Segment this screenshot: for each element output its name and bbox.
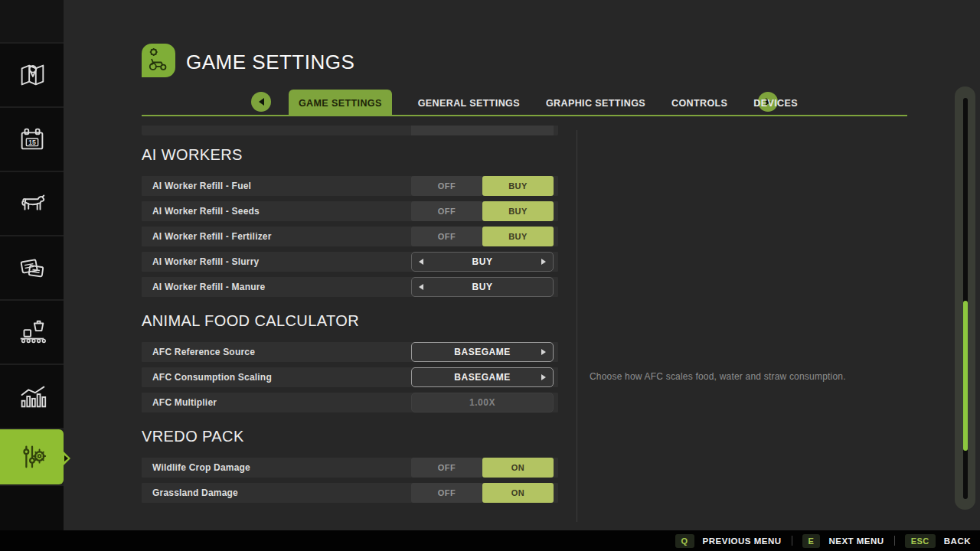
keycap-e: E [802,534,821,548]
footer-separator [792,536,792,546]
tab-graphic-settings[interactable]: GRAPHIC SETTINGS [546,98,645,109]
footer-shortcut-bar: Q PREVIOUS MENU E NEXT MENU ESC BACK [0,530,980,551]
selector-value[interactable]: BASEGAME [411,367,554,387]
option-selector: BUY [411,277,554,297]
tab-game-settings[interactable]: GAME SETTINGS [289,90,392,116]
setting-row-ai-refill-fuel: AI Worker Refill - Fuel OFF BUY [142,176,558,196]
sidebar-item-map[interactable] [0,44,64,106]
setting-row-afc-consumption-scaling: AFC Consumption Scaling BASEGAME [142,367,558,387]
game-settings-app-icon [142,44,175,77]
toggle-off-on: OFF ON [411,483,554,503]
selector-prev-icon[interactable] [419,259,423,265]
setting-row-wildlife-crop-damage: Wildlife Crop Damage OFF ON [142,458,558,478]
sidebar-slot-empty [0,0,64,42]
setting-label: Grassland Damage [142,487,238,498]
selector-next-icon[interactable] [541,259,546,265]
tab-general-settings[interactable]: GENERAL SETTINGS [418,98,520,109]
chevron-left-icon [259,98,264,106]
sidebar-item-animals[interactable] [0,172,64,235]
map-icon [16,59,48,91]
settings-sliders-gear-icon [16,441,48,473]
section-title-ai-workers: AI WORKERS [142,146,558,163]
toggle-option-buy-selected[interactable]: BUY [482,176,554,196]
shortcut-back[interactable]: ESC BACK [905,534,971,548]
toggle-option-off[interactable]: OFF [411,176,482,196]
shortcut-next-menu[interactable]: E NEXT MENU [802,534,884,548]
sidebar-item-contracts[interactable] [0,236,64,299]
toggle-option-off[interactable]: OFF [411,201,482,221]
toggle-off-buy: OFF BUY [411,176,554,196]
section-title-animal-food-calculator: ANIMAL FOOD CALCULATOR [142,312,558,329]
selector-next-icon[interactable] [541,349,546,355]
tractor-gear-icon [145,45,172,76]
scrolled-row-control [411,126,554,135]
setting-label: AI Worker Refill - Manure [142,282,265,292]
setting-label: AI Worker Refill - Fuel [142,181,251,191]
setting-row-ai-refill-slurry: AI Worker Refill - Slurry BUY [142,252,558,272]
scrolled-row-partial [142,126,558,135]
help-text: Choose how AFC scales food, water and st… [590,371,919,382]
tab-bar: GAME SETTINGS GENERAL SETTINGS GRAPHIC S… [289,90,798,116]
sidebar-item-settings[interactable] [0,429,64,484]
tabs-scroll-left-button[interactable] [251,92,271,112]
toggle-off-buy: OFF BUY [411,227,554,246]
help-panel-divider [577,130,577,522]
tab-controls[interactable]: CONTROLS [671,98,727,109]
readonly-value: 1.00X [411,393,554,412]
setting-row-afc-reference-source: AFC Reference Source BASEGAME [142,342,558,362]
active-item-pointer-arrow-icon [64,455,68,461]
keycap-esc: ESC [905,534,936,548]
setting-row-ai-refill-manure: BUY AI Worker Refill - Manure [142,277,558,297]
selector-current-value: BUY [472,282,493,292]
tab-devices[interactable]: DEVICES [753,98,798,109]
setting-label: Wildlife Crop Damage [142,462,250,473]
sidebar-slot-empty-bottom [0,486,64,530]
option-selector: BASEGAME [411,342,554,362]
shortcut-label: BACK [944,536,971,546]
sidebar-item-production[interactable] [0,301,64,364]
setting-row-afc-multiplier: AFC Multiplier 1.00X [142,393,558,412]
toggle-option-buy-selected[interactable]: BUY [482,201,554,221]
sidebar-item-statistics[interactable] [0,365,64,428]
toggle-off-buy: OFF BUY [411,201,554,221]
toggle-option-on-selected[interactable]: ON [482,458,554,478]
calendar-icon: 15 [16,123,48,155]
sidebar-item-calendar[interactable]: 15 [0,108,64,171]
toggle-off-on: OFF ON [411,458,554,478]
section-title-vredo-pack: VREDO PACK [142,428,558,445]
toggle-option-off[interactable]: OFF [411,458,482,478]
sidebar: 15 [0,0,64,530]
calendar-day-label: 15 [28,139,36,146]
contracts-newspaper-icon [16,252,48,284]
scrollbar-thumb[interactable] [963,301,968,451]
toggle-option-on-selected[interactable]: ON [482,483,554,503]
shortcut-label: PREVIOUS MENU [703,536,782,546]
selector-value[interactable]: BUY [411,277,554,297]
selector-next-icon[interactable] [541,374,546,380]
selector-value[interactable]: BASEGAME [411,342,554,362]
toggle-option-off[interactable]: OFF [411,227,482,246]
setting-row-grassland-damage: Grassland Damage OFF ON [142,483,558,503]
selector-current-value: BASEGAME [454,347,510,357]
keycap-q: Q [675,534,694,548]
settings-list: AI WORKERS AI Worker Refill - Fuel OFF B… [142,122,558,508]
selector-value[interactable]: BUY [411,252,554,272]
toggle-option-buy-selected[interactable]: BUY [482,227,554,246]
selector-current-value: BASEGAME [454,372,510,383]
selector-prev-icon[interactable] [419,284,423,290]
selector-current-value: BUY [472,256,493,267]
setting-row-ai-refill-seeds: AI Worker Refill - Seeds OFF BUY [142,201,558,221]
setting-label: AFC Consumption Scaling [142,372,272,383]
setting-row-ai-refill-fertilizer: AI Worker Refill - Fertilizer OFF BUY [142,227,558,246]
game-settings-screen: 15 [0,0,980,551]
option-selector: BASEGAME [411,367,554,387]
setting-label: AI Worker Refill - Seeds [142,206,260,217]
shortcut-label: NEXT MENU [828,536,884,546]
shortcut-previous-menu[interactable]: Q PREVIOUS MENU [675,534,782,548]
setting-label: AFC Reference Source [142,347,255,357]
setting-label: AI Worker Refill - Slurry [142,256,259,267]
page-title: GAME SETTINGS [186,51,354,74]
disabled-value: 1.00X [411,393,554,412]
toggle-option-off[interactable]: OFF [411,483,482,503]
setting-label: AI Worker Refill - Fertilizer [142,231,272,242]
